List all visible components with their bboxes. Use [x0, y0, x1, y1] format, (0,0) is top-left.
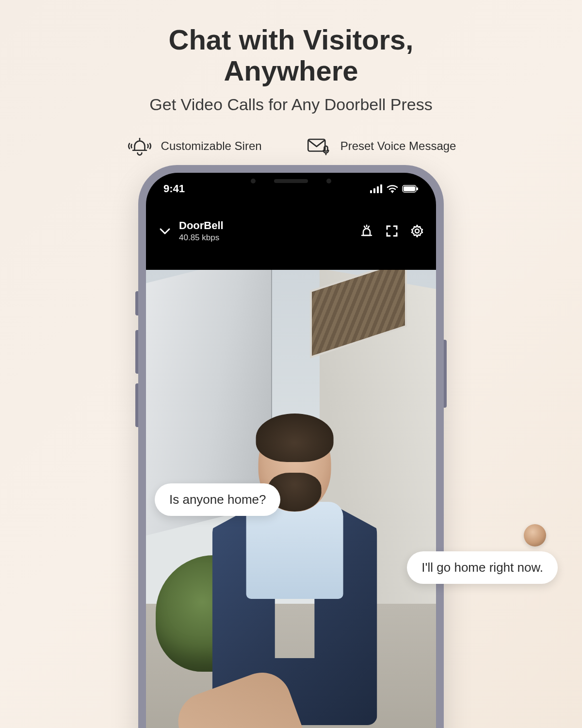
hero-title-line1: Chat with Visitors,	[169, 24, 414, 55]
visitor-chat-bubble: Is anyone home?	[155, 483, 280, 516]
back-chevron-icon[interactable]	[158, 224, 172, 238]
svg-rect-9	[417, 187, 418, 190]
phone-screen: 9:41	[146, 173, 436, 728]
cellular-icon	[370, 184, 383, 193]
user-avatar	[524, 524, 546, 546]
svg-point-6	[392, 192, 393, 193]
svg-rect-1	[324, 146, 327, 151]
hero-title: Chat with Visitors, Anywhere	[0, 24, 582, 86]
phone-side-button	[135, 383, 138, 427]
feature-siren: Customizable Siren	[126, 134, 262, 158]
phone-mockup: 9:41	[138, 165, 444, 728]
svg-point-10	[415, 229, 419, 233]
voice-envelope-icon	[306, 134, 333, 158]
wifi-icon	[387, 184, 398, 193]
app-header: DoorBell 40.85 kbps	[146, 212, 436, 250]
feature-voice: Preset Voice Message	[306, 134, 456, 158]
reply-group: I'll go home right now.	[407, 524, 558, 584]
siren-bell-icon	[126, 134, 153, 158]
device-name: DoorBell	[179, 219, 359, 232]
svg-rect-3	[373, 188, 375, 193]
user-reply-bubble: I'll go home right now.	[407, 551, 558, 584]
svg-rect-8	[404, 186, 415, 191]
alarm-icon[interactable]	[359, 224, 374, 238]
svg-rect-5	[380, 184, 382, 193]
bitrate-label: 40.85 kbps	[179, 233, 359, 243]
phone-notch	[240, 173, 342, 191]
settings-gear-icon[interactable]	[410, 224, 424, 238]
video-feed[interactable]: Is anyone home?	[146, 270, 436, 728]
fullscreen-icon[interactable]	[385, 224, 399, 238]
hero-title-line2: Anywhere	[224, 55, 358, 86]
feature-row: Customizable Siren Preset Voice Message	[0, 134, 582, 158]
feature-siren-label: Customizable Siren	[161, 139, 262, 153]
header-title-block[interactable]: DoorBell 40.85 kbps	[179, 219, 359, 243]
phone-side-button	[444, 340, 447, 408]
hero-subtitle: Get Video Calls for Any Doorbell Press	[0, 95, 582, 114]
status-time: 9:41	[163, 182, 185, 195]
phone-side-button	[135, 330, 138, 374]
svg-rect-2	[370, 190, 372, 193]
feature-voice-label: Preset Voice Message	[340, 139, 456, 153]
phone-side-button	[135, 291, 138, 315]
battery-icon	[402, 184, 419, 193]
hero-section: Chat with Visitors, Anywhere Get Video C…	[0, 0, 582, 158]
svg-rect-0	[308, 139, 325, 151]
svg-rect-4	[377, 186, 379, 193]
visitor-figure	[203, 419, 387, 728]
